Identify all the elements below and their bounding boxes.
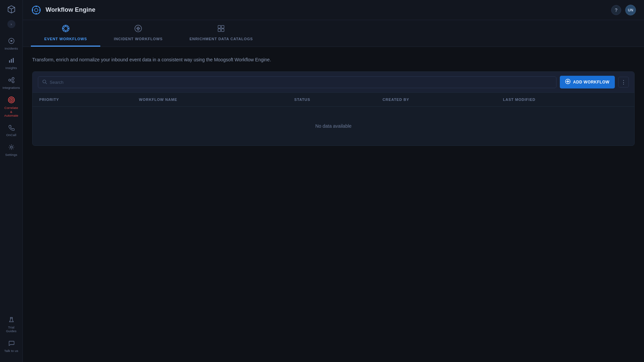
sidebar-item-trial-guides-label: Trial Guides — [4, 325, 19, 333]
svg-point-27 — [68, 28, 69, 29]
tab-enrichment-data-catalogs-label: ENRICHMENT DATA CATALOGS — [190, 37, 253, 41]
add-workflow-button[interactable]: ADD WORKFLOW — [560, 76, 615, 88]
sidebar-item-insights-label: Insights — [5, 66, 17, 70]
event-workflows-icon — [61, 24, 70, 34]
more-options-icon: ⋮ — [621, 79, 626, 85]
user-avatar[interactable]: UN — [625, 5, 636, 15]
search-toolbar: ADD WORKFLOW ⋮ — [33, 72, 634, 93]
svg-line-9 — [11, 79, 12, 80]
page-title: Workflow Engine — [46, 6, 95, 13]
svg-point-20 — [32, 9, 33, 11]
svg-point-13 — [11, 99, 12, 101]
svg-rect-4 — [11, 59, 12, 63]
integrations-icon — [8, 77, 15, 84]
sidebar-item-incidents-label: Incidents — [5, 47, 18, 50]
add-workflow-plus-icon — [565, 79, 571, 85]
workflow-engine-icon — [31, 5, 42, 15]
svg-point-6 — [9, 79, 11, 81]
svg-point-29 — [67, 30, 68, 31]
header-left: Workflow Engine — [31, 5, 95, 15]
sidebar-item-settings-label: Settings — [5, 153, 17, 157]
table-empty-row: No data available — [33, 107, 634, 146]
svg-point-8 — [12, 81, 14, 83]
svg-point-17 — [35, 8, 38, 12]
sidebar-item-integrations[interactable]: Integrations — [2, 74, 21, 92]
svg-point-32 — [135, 25, 142, 32]
more-options-button[interactable]: ⋮ — [618, 77, 629, 87]
add-workflow-label: ADD WORKFLOW — [573, 80, 609, 84]
table-header-row: PRIORITY WORKFLOW NAME STATUS CREATED BY… — [33, 93, 634, 107]
svg-point-2 — [11, 40, 12, 42]
svg-rect-36 — [218, 29, 221, 32]
col-created-by: CREATED BY — [376, 93, 496, 107]
svg-point-31 — [63, 30, 64, 31]
sidebar-item-settings[interactable]: Settings — [2, 141, 21, 159]
app-logo — [5, 3, 17, 15]
header: Workflow Engine ? UN — [23, 0, 644, 20]
svg-line-39 — [46, 82, 47, 84]
svg-point-7 — [12, 77, 14, 79]
correlate-icon — [8, 96, 15, 105]
sidebar-item-incidents[interactable]: Incidents — [2, 35, 21, 53]
sidebar-item-trial-guides[interactable]: Trial Guides — [2, 314, 21, 336]
svg-point-24 — [65, 25, 66, 26]
sidebar-item-talk-to-us[interactable]: Talk to us — [2, 337, 21, 355]
tab-event-workflows-label: EVENT WORKFLOWS — [44, 37, 87, 41]
sidebar-item-correlate-label: Correlate &Automate — [4, 106, 19, 117]
svg-point-21 — [39, 9, 41, 11]
sidebar-item-integrations-label: Integrations — [3, 86, 20, 89]
sidebar-item-insights[interactable]: Insights — [2, 54, 21, 72]
search-wrapper — [38, 76, 556, 88]
header-right: ? UN — [611, 5, 636, 15]
tab-bar: EVENT WORKFLOWS INCIDENT WORKFLOWS — [23, 20, 644, 47]
talk-to-us-icon — [8, 340, 15, 348]
svg-rect-5 — [13, 58, 14, 63]
table-body: No data available — [33, 107, 634, 146]
oncall-icon — [8, 124, 15, 132]
col-workflow-name: WORKFLOW NAME — [132, 93, 287, 107]
svg-point-26 — [62, 28, 63, 29]
description-text: Transform, enrich and normalize your inb… — [32, 56, 635, 63]
svg-rect-35 — [221, 25, 224, 28]
svg-point-30 — [67, 26, 68, 27]
enrichment-data-catalogs-icon — [217, 24, 225, 34]
sidebar-bottom: Trial Guides Talk to us — [2, 314, 21, 355]
workflow-panel: ADD WORKFLOW ⋮ PRIORITY WORKFLOW NAME ST… — [32, 71, 635, 146]
svg-point-23 — [64, 26, 68, 31]
search-input[interactable] — [50, 80, 552, 85]
svg-rect-34 — [218, 25, 221, 28]
svg-rect-37 — [221, 29, 224, 32]
tab-incident-workflows[interactable]: INCIDENT WORKFLOWS — [100, 21, 176, 47]
sidebar-item-oncall-label: OnCall — [6, 133, 16, 137]
svg-point-16 — [32, 6, 40, 14]
incidents-icon — [8, 38, 15, 45]
main-content: Workflow Engine ? UN — [23, 0, 644, 362]
svg-point-18 — [36, 6, 37, 7]
help-button[interactable]: ? — [611, 5, 621, 15]
svg-point-25 — [65, 31, 66, 32]
col-last-modified: LAST MODIFIED — [496, 93, 634, 107]
no-data-message: No data available — [33, 107, 634, 146]
svg-point-28 — [63, 26, 64, 27]
tab-incident-workflows-label: INCIDENT WORKFLOWS — [114, 37, 162, 41]
settings-icon — [8, 144, 15, 152]
sidebar-item-correlate[interactable]: Correlate &Automate — [2, 94, 21, 120]
insights-icon — [8, 57, 15, 65]
sidebar: › Incidents Insights — [0, 0, 23, 362]
sidebar-item-oncall[interactable]: OnCall — [2, 121, 21, 139]
trial-guides-icon — [8, 316, 15, 324]
content-area: Transform, enrich and normalize your inb… — [23, 47, 644, 362]
tab-event-workflows[interactable]: EVENT WORKFLOWS — [31, 21, 100, 47]
workflows-table: PRIORITY WORKFLOW NAME STATUS CREATED BY… — [33, 93, 634, 145]
sidebar-nav: Incidents Insights — [2, 35, 21, 314]
col-status: STATUS — [287, 93, 376, 107]
svg-point-19 — [36, 13, 37, 14]
svg-point-14 — [10, 146, 12, 148]
search-icon — [42, 79, 47, 85]
svg-line-10 — [11, 80, 12, 81]
sidebar-item-talk-to-us-label: Talk to us — [4, 349, 18, 353]
table-header: PRIORITY WORKFLOW NAME STATUS CREATED BY… — [33, 93, 634, 107]
col-priority: PRIORITY — [33, 93, 132, 107]
tab-enrichment-data-catalogs[interactable]: ENRICHMENT DATA CATALOGS — [176, 21, 266, 47]
sidebar-expand-button[interactable]: › — [7, 20, 15, 28]
